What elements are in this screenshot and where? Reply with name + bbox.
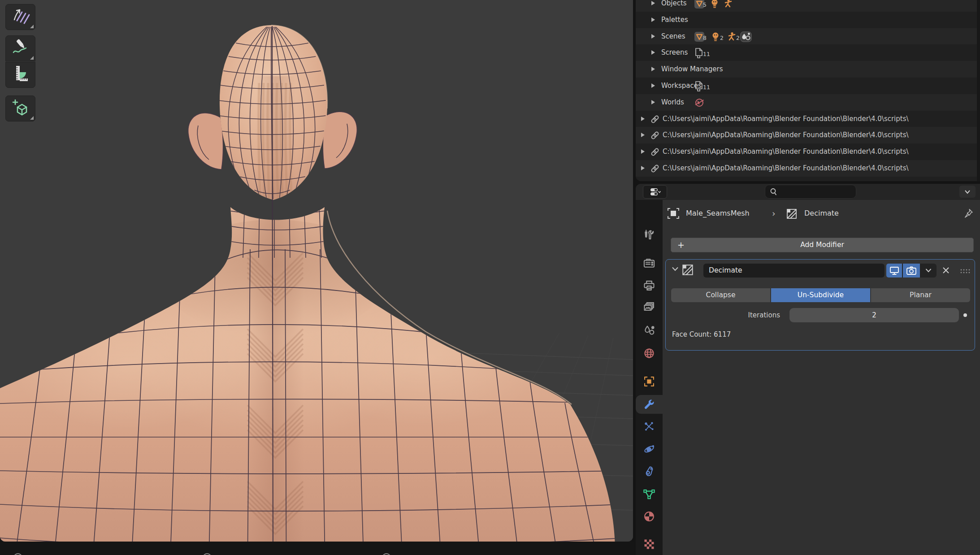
expand-chevron-icon[interactable]	[671, 266, 679, 272]
tab-object-data[interactable]	[636, 485, 663, 503]
armature-icon	[727, 31, 736, 42]
subtools-indicator	[30, 116, 34, 120]
disclosure-triangle-icon[interactable]	[651, 100, 655, 104]
outliner-row-scenes[interactable]: Scenes822	[636, 28, 980, 45]
outliner-row-label: Worlds	[661, 94, 684, 111]
disclosure-triangle-icon[interactable]	[641, 166, 645, 170]
display-viewport-toggle[interactable]	[886, 264, 902, 278]
material-icon	[643, 510, 655, 523]
outliner-library-link-row[interactable]: C:\Users\jaimi\AppData\Roaming\Blender F…	[636, 127, 980, 143]
disclosure-triangle-icon[interactable]	[651, 83, 655, 88]
blender-window: Objects5PalettesScenes822Screens11Window…	[0, 0, 980, 555]
view-layer-icon	[643, 301, 655, 313]
tab-output[interactable]	[636, 276, 663, 295]
library-path-text: C:\Users\jaimi\AppData\Roaming\Blender F…	[663, 143, 976, 160]
breadcrumb-separator: ›	[772, 206, 776, 221]
tab-world[interactable]	[636, 344, 663, 363]
add-modifier-button[interactable]: + Add Modifier	[671, 238, 974, 252]
properties-content: Male_SeamsMesh › Decimate + Add Modifier	[663, 200, 980, 555]
outliner-library-link-row[interactable]: C:\Users\jaimi\AppData\Roaming\Blender F…	[636, 143, 980, 160]
annotate-tool-button[interactable]	[5, 35, 35, 61]
mode-collapse-button[interactable]: Collapse	[671, 288, 770, 302]
mode-unsubdivide-button[interactable]: Un-Subdivide	[771, 288, 870, 302]
outliner-row-label: Window Managers	[661, 61, 723, 78]
outliner-library-link-row[interactable]: C:\Users\jaimi\AppData\Roaming\Blender F…	[636, 111, 980, 127]
disclosure-triangle-icon[interactable]	[651, 34, 655, 39]
disclosure-triangle-icon[interactable]	[641, 133, 645, 137]
tab-texture[interactable]	[636, 535, 663, 554]
plus-icon: +	[677, 238, 685, 252]
modifiers-icon	[643, 398, 655, 411]
outliner-row-screens[interactable]: Screens11	[636, 44, 980, 61]
outliner-library-link-row[interactable]: C:\Users\jaimi\AppData\Roaming\Blender F…	[636, 160, 980, 177]
tab-particles[interactable]	[636, 417, 663, 436]
breadcrumb-modifier-name[interactable]: Decimate	[804, 206, 839, 221]
decimate-modifier-panel: Decimate	[665, 259, 975, 351]
badge-count: 5	[703, 1, 707, 8]
measure-tool-button[interactable]	[5, 62, 35, 88]
decimate-mode-segmented: Collapse Un-Subdivide Planar	[671, 288, 970, 302]
tab-tool[interactable]	[636, 225, 663, 244]
tab-physics[interactable]	[636, 440, 663, 459]
outliner-row-objects[interactable]: Objects5	[636, 0, 980, 12]
physics-icon	[643, 443, 655, 455]
badge-count: 2	[736, 35, 740, 41]
outliner-scrollbar[interactable]	[977, 0, 980, 181]
disclosure-triangle-icon[interactable]	[651, 50, 655, 55]
library-path-text: C:\Users\jaimi\AppData\Roaming\Blender F…	[663, 127, 976, 143]
outliner-row-window-managers[interactable]: Window Managers	[636, 61, 980, 78]
disclosure-triangle-icon[interactable]	[651, 1, 655, 5]
viewport-3d[interactable]	[0, 0, 633, 542]
library-path-text: C:\Users\jaimi\AppData\Roaming\Blender F…	[663, 160, 976, 177]
tab-constraints[interactable]	[636, 462, 663, 481]
tab-modifiers[interactable]	[636, 395, 663, 414]
world-icon	[694, 97, 705, 108]
properties-editor: Male_SeamsMesh › Decimate + Add Modifier	[636, 184, 980, 555]
outliner-row-workspaces[interactable]: Workspaces11	[636, 78, 980, 94]
object-data-icon	[666, 207, 681, 220]
outliner-row-palettes[interactable]: Palettes	[636, 12, 980, 28]
subtools-indicator	[30, 56, 34, 60]
tab-material[interactable]	[636, 507, 663, 526]
search-input[interactable]	[781, 188, 848, 196]
display-render-toggle[interactable]	[903, 264, 920, 278]
link-icon	[650, 130, 660, 140]
close-icon[interactable]	[942, 266, 950, 274]
animate-property-dot[interactable]	[963, 313, 967, 317]
constraints-icon	[643, 465, 655, 478]
tab-scene[interactable]	[636, 321, 663, 340]
modifier-extras-dropdown[interactable]	[920, 264, 937, 278]
measure-tool-icon	[10, 64, 31, 85]
outliner-row-worlds[interactable]: Worlds	[636, 94, 980, 111]
properties-search[interactable]	[765, 185, 856, 199]
decimate-modifier-icon	[785, 208, 798, 220]
editor-type-selector[interactable]	[643, 185, 667, 199]
header-options-toggle[interactable]	[959, 186, 976, 198]
properties-header	[636, 184, 980, 200]
disclosure-triangle-icon[interactable]	[641, 117, 645, 121]
disclosure-triangle-icon[interactable]	[641, 149, 645, 154]
drag-grip-icon[interactable]	[960, 269, 971, 274]
disclosure-triangle-icon[interactable]	[651, 67, 655, 71]
add-cube-tool-button[interactable]	[5, 95, 35, 121]
light-icon	[710, 0, 719, 9]
modifier-name-field[interactable]: Decimate	[703, 264, 885, 278]
outliner-row-label: Palettes	[661, 12, 688, 28]
shear-tool-button[interactable]	[5, 4, 35, 30]
outliner-library-link-row[interactable]: C:\Users\jaimi\AppData\Roaming\Blender F…	[636, 177, 980, 181]
pin-icon[interactable]	[963, 208, 974, 220]
iterations-label: Iterations	[666, 308, 780, 323]
modifier-display-toggles	[886, 264, 937, 278]
tab-view-layer[interactable]	[636, 298, 663, 317]
tab-render[interactable]	[636, 254, 663, 273]
breadcrumb-object-name[interactable]: Male_SeamsMesh	[686, 206, 750, 221]
tab-object[interactable]	[636, 372, 663, 391]
disclosure-triangle-icon[interactable]	[651, 17, 655, 22]
outliner-panel: Objects5PalettesScenes822Screens11Window…	[636, 0, 980, 181]
outliner-row-label: Objects	[661, 0, 687, 12]
iterations-value-field[interactable]: 2	[789, 308, 959, 322]
link-icon	[650, 114, 660, 124]
add-cube-tool-icon	[10, 98, 31, 118]
mode-planar-button[interactable]: Planar	[871, 288, 970, 302]
output-icon	[643, 279, 655, 292]
